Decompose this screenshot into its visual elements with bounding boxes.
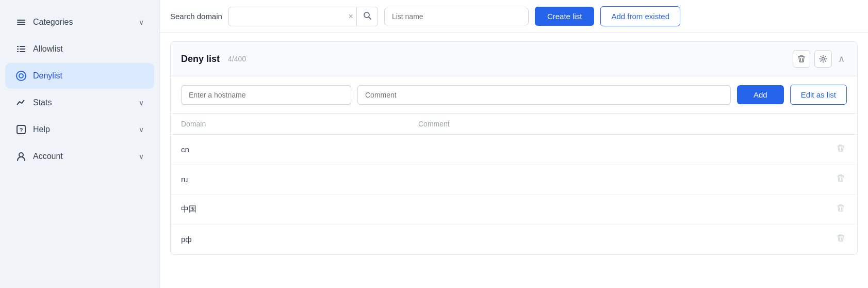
delete-row-button[interactable] — [834, 172, 847, 187]
main-content: Search domain × Create list Add from exi… — [160, 0, 868, 288]
column-header-domain: Domain — [181, 120, 418, 128]
svg-point-13 — [19, 153, 23, 157]
svg-rect-6 — [20, 49, 25, 50]
action-cell — [821, 232, 847, 247]
svg-text:?: ? — [20, 127, 23, 133]
svg-rect-7 — [17, 51, 19, 52]
delete-row-button[interactable] — [834, 232, 847, 247]
svg-point-16 — [822, 58, 825, 60]
sidebar-label-stats: Stats — [33, 98, 52, 107]
table-header: Domain Comment — [171, 114, 857, 135]
deny-list-count: 4/400 — [228, 55, 246, 63]
sidebar-label-help: Help — [33, 125, 50, 134]
domain-cell: рф — [181, 235, 418, 244]
svg-point-10 — [19, 74, 23, 78]
svg-rect-3 — [17, 46, 19, 47]
svg-rect-4 — [20, 46, 25, 47]
sidebar-item-help[interactable]: ? Help ∨ — [5, 117, 154, 142]
svg-rect-0 — [17, 20, 25, 21]
search-button[interactable] — [356, 7, 378, 26]
deny-list-header: Deny list 4/400 ∧ — [171, 42, 857, 76]
sidebar-label-account: Account — [33, 152, 63, 161]
sidebar-item-account[interactable]: Account ∨ — [5, 143, 154, 169]
create-list-button[interactable]: Create list — [535, 7, 595, 26]
deny-list-title: Deny list — [181, 54, 220, 65]
domain-table: Domain Comment cn — [171, 114, 857, 254]
delete-row-button[interactable] — [834, 202, 847, 217]
column-header-comment: Comment — [418, 120, 821, 128]
settings-button[interactable] — [814, 50, 832, 68]
svg-rect-5 — [17, 49, 19, 50]
action-cell — [821, 142, 847, 157]
hostname-input[interactable] — [181, 85, 351, 105]
table-row: 中国 — [171, 195, 857, 225]
svg-point-9 — [17, 71, 26, 81]
svg-rect-2 — [17, 24, 25, 25]
account-icon — [15, 151, 27, 162]
hamburger-icon — [15, 17, 27, 28]
add-from-existed-button[interactable]: Add from existed — [600, 6, 680, 26]
table-row: cn — [171, 135, 857, 165]
delete-list-button[interactable] — [793, 50, 810, 68]
sidebar-label-denylist: Denylist — [33, 71, 62, 81]
sidebar-item-categories[interactable]: Categories ∨ — [5, 9, 154, 35]
sidebar-item-stats[interactable]: Stats ∨ — [5, 90, 154, 116]
comment-input[interactable] — [357, 85, 731, 105]
sidebar-label-categories: Categories — [33, 18, 73, 27]
topbar: Search domain × Create list Add from exi… — [160, 0, 868, 33]
search-domain-input[interactable] — [229, 8, 346, 25]
chevron-down-icon-stats: ∨ — [139, 99, 144, 107]
domain-cell: cn — [181, 145, 418, 154]
help-icon: ? — [15, 124, 27, 135]
chevron-down-icon-account: ∨ — [139, 152, 144, 161]
deny-list-section: Deny list 4/400 ∧ — [170, 41, 858, 255]
action-cell — [821, 172, 847, 187]
collapse-button[interactable]: ∧ — [836, 51, 847, 67]
table-row: ru — [171, 165, 857, 195]
search-domain-box: × — [228, 7, 378, 26]
edit-as-list-button[interactable]: Edit as list — [790, 85, 847, 105]
add-button[interactable]: Add — [737, 85, 784, 104]
list-icon — [15, 43, 27, 55]
chevron-down-icon-help: ∨ — [139, 125, 144, 134]
stats-icon — [15, 97, 27, 108]
svg-rect-8 — [20, 51, 25, 52]
sidebar-label-allowlist: Allowlist — [33, 44, 63, 54]
delete-row-button[interactable] — [834, 142, 847, 157]
sidebar-item-allowlist[interactable]: Allowlist — [5, 36, 154, 62]
clear-search-button[interactable]: × — [346, 12, 356, 21]
content-area: Deny list 4/400 ∧ — [160, 33, 868, 288]
sidebar-item-denylist[interactable]: Denylist — [5, 63, 154, 89]
column-header-action — [821, 120, 847, 128]
entry-form: Add Edit as list — [171, 76, 857, 114]
action-cell — [821, 202, 847, 217]
chevron-down-icon: ∨ — [139, 18, 144, 26]
domain-cell: 中国 — [181, 204, 418, 214]
denylist-icon — [15, 70, 27, 82]
search-domain-label: Search domain — [170, 12, 222, 21]
list-name-input[interactable] — [384, 8, 529, 25]
table-row: рф — [171, 225, 857, 254]
svg-rect-1 — [17, 22, 25, 23]
sidebar: Categories ∨ Allowlist Denylist — [0, 0, 160, 288]
deny-list-header-actions: ∧ — [793, 50, 847, 68]
domain-cell: ru — [181, 175, 418, 184]
svg-line-15 — [369, 17, 371, 19]
